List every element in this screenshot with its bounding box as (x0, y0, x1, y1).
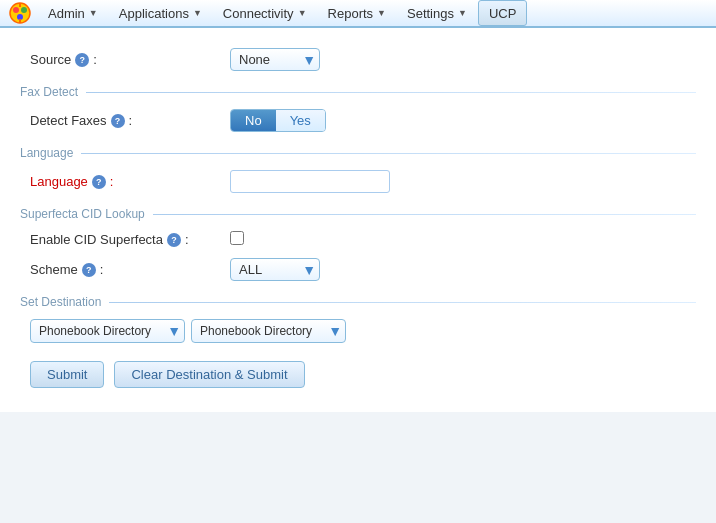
nav-label-applications: Applications (119, 6, 189, 21)
chevron-down-icon: ▼ (377, 8, 386, 18)
nav-label-settings: Settings (407, 6, 454, 21)
scheme-select[interactable]: ALL (230, 258, 320, 281)
language-label-text: Language (30, 174, 88, 189)
source-label-text: Source (30, 52, 71, 67)
nav-label-connectivity: Connectivity (223, 6, 294, 21)
language-section-header: Language (20, 146, 696, 160)
scheme-row: Scheme ? : ALL ▼ (20, 258, 696, 281)
navbar: Admin ▼ Applications ▼ Connectivity ▼ Re… (0, 0, 716, 28)
svg-point-2 (21, 7, 27, 13)
enable-cid-row: Enable CID Superfecta ? : (20, 231, 696, 248)
enable-cid-help-icon[interactable]: ? (167, 233, 181, 247)
clear-destination-submit-button[interactable]: Clear Destination & Submit (114, 361, 304, 388)
destination-select-2[interactable]: Phonebook Directory (191, 319, 346, 343)
detect-faxes-no-button[interactable]: No (231, 110, 276, 131)
nav-item-settings[interactable]: Settings ▼ (397, 0, 478, 26)
button-row: Submit Clear Destination & Submit (20, 349, 696, 392)
detect-faxes-control: No Yes (230, 109, 530, 132)
language-control (230, 170, 530, 193)
destination-select-1[interactable]: Phonebook Directory (30, 319, 185, 343)
enable-cid-checkbox[interactable] (230, 231, 244, 245)
source-select[interactable]: None (230, 48, 320, 71)
set-destination-section-header: Set Destination (20, 295, 696, 309)
enable-cid-label: Enable CID Superfecta ? : (30, 232, 230, 247)
fax-detect-section-title: Fax Detect (20, 85, 86, 99)
detect-faxes-help-icon[interactable]: ? (111, 114, 125, 128)
language-help-icon[interactable]: ? (92, 175, 106, 189)
superfecta-section-title: Superfecta CID Lookup (20, 207, 153, 221)
nav-item-connectivity[interactable]: Connectivity ▼ (213, 0, 318, 26)
chevron-down-icon: ▼ (298, 8, 307, 18)
destination-row: Phonebook Directory ▼ Phonebook Director… (20, 313, 696, 349)
fax-detect-section-header: Fax Detect (20, 85, 696, 99)
scheme-control: ALL ▼ (230, 258, 530, 281)
dest-select2-wrapper: Phonebook Directory ▼ (191, 319, 346, 343)
language-section-title: Language (20, 146, 81, 160)
source-select-wrapper: None ▼ (230, 48, 320, 71)
language-input[interactable] (230, 170, 390, 193)
superfecta-section-line (153, 214, 696, 215)
nav-label-admin: Admin (48, 6, 85, 21)
nav-label-ucp: UCP (489, 6, 516, 21)
app-logo (6, 1, 34, 25)
source-row: Source ? : None ▼ (20, 48, 696, 71)
source-control: None ▼ (230, 48, 530, 71)
chevron-down-icon: ▼ (193, 8, 202, 18)
source-label: Source ? : (30, 52, 230, 67)
detect-faxes-row: Detect Faxes ? : No Yes (20, 109, 696, 132)
scheme-label-text: Scheme (30, 262, 78, 277)
enable-cid-control (230, 231, 530, 248)
language-section-line (81, 153, 696, 154)
nav-item-admin[interactable]: Admin ▼ (38, 0, 109, 26)
nav-item-reports[interactable]: Reports ▼ (318, 0, 397, 26)
nav-label-reports: Reports (328, 6, 374, 21)
scheme-help-icon[interactable]: ? (82, 263, 96, 277)
submit-button[interactable]: Submit (30, 361, 104, 388)
detect-faxes-yes-button[interactable]: Yes (276, 110, 325, 131)
detect-faxes-label: Detect Faxes ? : (30, 113, 230, 128)
language-label: Language ? : (30, 174, 230, 189)
nav-item-ucp[interactable]: UCP (478, 0, 527, 26)
superfecta-section-header: Superfecta CID Lookup (20, 207, 696, 221)
main-content: Source ? : None ▼ Fax Detect Detect Faxe… (0, 28, 716, 412)
scheme-select-wrapper: ALL ▼ (230, 258, 320, 281)
source-help-icon[interactable]: ? (75, 53, 89, 67)
set-destination-section-title: Set Destination (20, 295, 109, 309)
chevron-down-icon: ▼ (89, 8, 98, 18)
dest-select1-wrapper: Phonebook Directory ▼ (30, 319, 185, 343)
scheme-label: Scheme ? : (30, 262, 230, 277)
svg-point-1 (13, 7, 19, 13)
language-row: Language ? : (20, 170, 696, 193)
chevron-down-icon: ▼ (458, 8, 467, 18)
nav-item-applications[interactable]: Applications ▼ (109, 0, 213, 26)
detect-faxes-toggle: No Yes (230, 109, 326, 132)
detect-faxes-label-text: Detect Faxes (30, 113, 107, 128)
enable-cid-label-text: Enable CID Superfecta (30, 232, 163, 247)
fax-detect-section-line (86, 92, 696, 93)
set-destination-section-line (109, 302, 696, 303)
